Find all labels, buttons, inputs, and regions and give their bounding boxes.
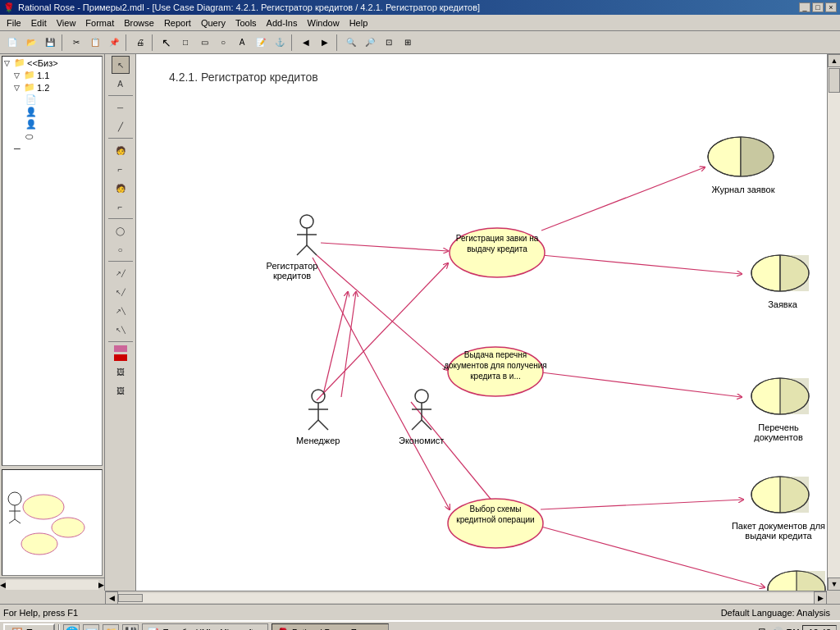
minimize-button[interactable]: _ <box>799 2 810 12</box>
tb-fit[interactable]: ⊡ <box>380 34 398 52</box>
tool-color2[interactable] <box>113 354 128 362</box>
tool-note[interactable]: ─ <box>112 98 130 116</box>
tb-rect[interactable]: ▭ <box>195 34 213 52</box>
tree-item-child2[interactable]: 👤 <box>2 106 102 118</box>
expand-icon: ▽ <box>4 59 12 67</box>
tree-item-child5[interactable]: ─ <box>2 143 102 154</box>
close-button[interactable]: × <box>825 2 837 12</box>
menu-view[interactable]: View <box>52 16 81 30</box>
menu-tools[interactable]: Tools <box>231 16 262 30</box>
menu-format[interactable]: Format <box>80 16 119 30</box>
tb-cut[interactable]: ✂ <box>67 34 85 52</box>
tool-arrow2[interactable]: ↖╱ <box>112 283 130 301</box>
tb-zoomout[interactable]: 🔎 <box>361 34 379 52</box>
svg-point-1 <box>52 518 84 537</box>
menu-query[interactable]: Query <box>196 16 231 30</box>
tree-view[interactable]: ▽ 📁 <<Биз> ▽ 📁 1.1 ▽ 📁 1.2 📄 👤 👤 <box>2 56 103 466</box>
scroll-right-button[interactable]: ▶ <box>814 591 827 605</box>
scroll-thumb-v[interactable] <box>829 68 840 93</box>
tb-sep1 <box>62 34 65 51</box>
tool-arrow4[interactable]: ↖╲ <box>112 321 130 339</box>
tool-arrow3[interactable]: ↗╲ <box>112 302 130 320</box>
uc-paket[interactable]: Пакет документов для выдачи кредита <box>750 472 827 541</box>
tb-paste[interactable]: 📌 <box>105 34 123 52</box>
tool-actor2[interactable]: 🧑 <box>112 179 130 197</box>
svg-rect-46 <box>780 255 809 291</box>
menu-file[interactable]: File <box>2 16 26 30</box>
left-panel-scrollbar[interactable]: ◀ ▶ <box>0 578 104 591</box>
tool-ellipse[interactable]: ◯ <box>112 221 130 240</box>
taskbar-item-rose[interactable]: 🌹 Rational Rose - Приме... <box>272 623 389 630</box>
menu-addins[interactable]: Add-Ins <box>262 16 303 30</box>
tb-new[interactable]: 📄 <box>3 34 21 52</box>
tool-something2[interactable]: ⌐ <box>112 198 130 216</box>
scroll-left-button[interactable]: ◀ <box>105 591 118 605</box>
app-icon: 🌹 <box>3 2 15 13</box>
tb-copy[interactable]: 📋 <box>86 34 104 52</box>
tree-item-12[interactable]: ▽ 📁 1.2 <box>2 81 102 94</box>
tree-label-biz: <<Биз> <box>27 58 58 68</box>
tool-select[interactable]: ↖ <box>112 56 130 74</box>
tb-anchor[interactable]: ⚓ <box>271 34 289 52</box>
menu-browse[interactable]: Browse <box>119 16 159 30</box>
menu-help[interactable]: Help <box>345 16 373 30</box>
tb-back[interactable]: ◀ <box>297 34 315 52</box>
tb-draw[interactable]: □ <box>176 34 194 52</box>
taskbar-item-word[interactable]: 📝 ПособиеUML - Microsoft ... <box>142 623 268 630</box>
taskbar-explorer-icon[interactable]: 📁 <box>103 624 119 630</box>
tool-ellipse2[interactable]: ○ <box>112 240 130 258</box>
scroll-left[interactable]: ◀ <box>0 581 6 589</box>
scroll-down-button[interactable]: ▼ <box>828 578 840 591</box>
scroll-up-button[interactable]: ▲ <box>828 54 840 67</box>
tool-actor[interactable]: 🧑 <box>112 141 130 159</box>
tb-forward[interactable]: ▶ <box>316 34 334 52</box>
svg-line-18 <box>323 292 348 395</box>
tb-note[interactable]: 📝 <box>252 34 270 52</box>
tree-item-11[interactable]: ▽ 📁 1.1 <box>2 69 102 81</box>
uc-schema[interactable]: Схема кредитной операции <box>766 567 827 591</box>
uc-journal[interactable]: Журнал заявок <box>706 132 780 194</box>
actor-manager[interactable]: Менеджер <box>296 389 340 445</box>
tb-select[interactable]: ↖ <box>158 34 176 52</box>
tb-sep2 <box>126 34 129 51</box>
tool-arrow1[interactable]: ↗╱ <box>112 264 130 282</box>
tool-sep1 <box>108 95 133 96</box>
scroll-right[interactable]: ▶ <box>98 581 104 589</box>
taskbar-ie-icon[interactable]: 🌐 <box>63 624 80 630</box>
tool-color1[interactable] <box>113 345 128 353</box>
tree-item-child1[interactable]: 📄 <box>2 94 102 106</box>
uc-documents[interactable]: Выдача перечня документов для получения … <box>446 345 545 400</box>
diagram-canvas[interactable]: 4.2.1. Регистратор кредитов <box>136 54 827 591</box>
start-button[interactable]: 🪟 Пуск <box>3 623 55 630</box>
uc-zayavka-label: Заявка <box>750 299 815 309</box>
taskbar-outlook-icon[interactable]: 📧 <box>83 624 99 630</box>
uc-registration[interactable]: Регистрация завки на выдачу кредита <box>448 226 546 281</box>
tool-something[interactable]: ⌐ <box>112 160 130 178</box>
tool-img2[interactable]: 🖼 <box>112 381 130 399</box>
maximize-button[interactable]: □ <box>812 2 824 12</box>
tb-ellipse[interactable]: ○ <box>214 34 232 52</box>
tb-grid[interactable]: ⊞ <box>399 34 417 52</box>
svg-point-20 <box>300 215 313 228</box>
tree-item-child4[interactable]: ⬭ <box>2 130 102 143</box>
menu-edit[interactable]: Edit <box>26 16 52 30</box>
tb-save[interactable]: 💾 <box>41 34 59 52</box>
tree-item-biz[interactable]: ▽ 📁 <<Биз> <box>2 57 102 69</box>
actor-economist[interactable]: Экономист <box>399 389 444 445</box>
menu-report[interactable]: Report <box>159 16 196 30</box>
taskbar-save-icon[interactable]: 💾 <box>122 624 139 630</box>
tree-item-child3[interactable]: 👤 <box>2 118 102 130</box>
tb-zoomin[interactable]: 🔍 <box>342 34 360 52</box>
uc-perechen[interactable]: Перечень документов <box>750 374 819 442</box>
tool-text[interactable]: A <box>112 75 130 93</box>
actor-registrator[interactable]: Регистратор кредитов <box>280 214 333 281</box>
uc-choice[interactable]: Выбор схемы кредитной операции <box>446 497 545 552</box>
menu-window[interactable]: Window <box>303 16 345 30</box>
tool-line[interactable]: ╱ <box>112 117 130 135</box>
tb-text[interactable]: A <box>233 34 251 52</box>
scroll-thumb-h[interactable] <box>118 594 143 602</box>
tb-open[interactable]: 📂 <box>22 34 40 52</box>
tb-print[interactable]: 🖨 <box>131 34 149 52</box>
uc-zayavka[interactable]: Заявка <box>750 251 815 309</box>
tool-img1[interactable]: 🖼 <box>112 363 130 381</box>
